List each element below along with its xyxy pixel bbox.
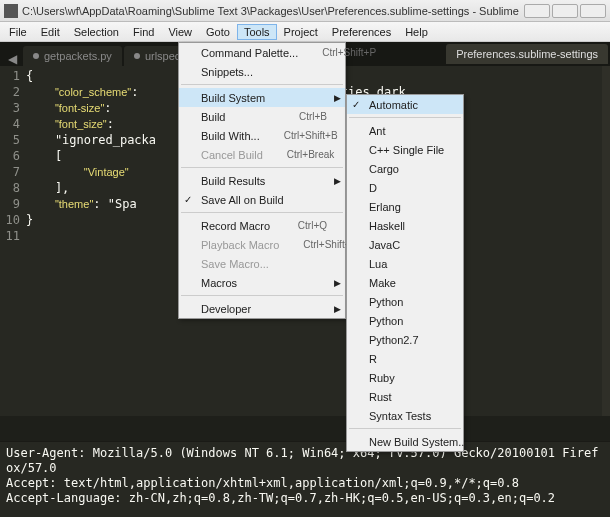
separator [181, 212, 343, 213]
build-system-submenu[interactable]: ✓AutomaticAntC++ Single FileCargoDErlang… [346, 94, 464, 452]
dirty-indicator-icon [134, 53, 140, 59]
menu-item[interactable]: D [347, 178, 463, 197]
menu-item: Cancel BuildCtrl+Break [179, 145, 345, 164]
menu-item[interactable]: Rust [347, 387, 463, 406]
menu-item[interactable]: New Build System... [347, 432, 463, 451]
menu-item[interactable]: Erlang [347, 197, 463, 216]
menu-item[interactable]: Python2.7 [347, 330, 463, 349]
menu-item[interactable]: Build System▶ [179, 88, 345, 107]
menu-item[interactable]: Syntax Tests [347, 406, 463, 425]
menu-item[interactable]: C++ Single File [347, 140, 463, 159]
menu-item[interactable]: ✓Save All on Build [179, 190, 345, 209]
menu-item[interactable]: Developer▶ [179, 299, 345, 318]
separator [181, 167, 343, 168]
app-icon [4, 4, 18, 18]
menu-item[interactable]: BuildCtrl+B [179, 107, 345, 126]
tab-scroll-left-icon[interactable]: ◀ [2, 52, 23, 66]
tab[interactable]: getpackets.py [23, 46, 122, 66]
menu-edit[interactable]: Edit [34, 24, 67, 40]
menu-help[interactable]: Help [398, 24, 435, 40]
panel-divider[interactable] [0, 416, 610, 441]
menu-item[interactable]: Cargo [347, 159, 463, 178]
menu-item[interactable]: Haskell [347, 216, 463, 235]
menu-file[interactable]: File [2, 24, 34, 40]
menu-find[interactable]: Find [126, 24, 161, 40]
close-button[interactable] [580, 4, 606, 18]
separator [349, 428, 461, 429]
menu-item[interactable]: Ruby [347, 368, 463, 387]
menu-view[interactable]: View [161, 24, 199, 40]
menu-item[interactable]: Python [347, 311, 463, 330]
maximize-button[interactable] [552, 4, 578, 18]
check-icon: ✓ [352, 99, 360, 110]
menu-bar: FileEditSelectionFindViewGotoToolsProjec… [0, 22, 610, 42]
menu-item[interactable]: Lua [347, 254, 463, 273]
chevron-right-icon: ▶ [334, 176, 341, 186]
separator [181, 295, 343, 296]
menu-tools[interactable]: Tools [237, 24, 277, 40]
menu-item[interactable]: Macros▶ [179, 273, 345, 292]
menu-item[interactable]: Command Palette...Ctrl+Shift+P [179, 43, 345, 62]
menu-item[interactable]: Python [347, 292, 463, 311]
minimap[interactable] [602, 66, 610, 416]
dirty-indicator-icon [33, 53, 39, 59]
menu-item: Save Macro... [179, 254, 345, 273]
chevron-right-icon: ▶ [334, 304, 341, 314]
menu-item: Playback MacroCtrl+Shift+Q [179, 235, 345, 254]
menu-item[interactable]: Record MacroCtrl+Q [179, 216, 345, 235]
chevron-right-icon: ▶ [334, 93, 341, 103]
separator [181, 84, 343, 85]
menu-item[interactable]: Build Results▶ [179, 171, 345, 190]
check-icon: ✓ [184, 194, 192, 205]
menu-item[interactable]: Make [347, 273, 463, 292]
menu-item[interactable]: R [347, 349, 463, 368]
menu-item[interactable]: Ant [347, 121, 463, 140]
menu-goto[interactable]: Goto [199, 24, 237, 40]
minimize-button[interactable] [524, 4, 550, 18]
menu-project[interactable]: Project [277, 24, 325, 40]
menu-item[interactable]: Snippets... [179, 62, 345, 81]
menu-item[interactable]: ✓Automatic [347, 95, 463, 114]
output-panel[interactable]: User-Agent: Mozilla/5.0 (Windows NT 6.1;… [0, 441, 610, 517]
title-bar: C:\Users\wf\AppData\Roaming\Sublime Text… [0, 0, 610, 22]
menu-item[interactable]: Build With...Ctrl+Shift+B [179, 126, 345, 145]
menu-item[interactable]: JavaC [347, 235, 463, 254]
tab-active[interactable]: Preferences.sublime-settings [446, 44, 608, 64]
line-gutter: 1234567891011 [0, 66, 26, 416]
chevron-right-icon: ▶ [334, 278, 341, 288]
window-title: C:\Users\wf\AppData\Roaming\Sublime Text… [22, 5, 522, 17]
menu-preferences[interactable]: Preferences [325, 24, 398, 40]
menu-selection[interactable]: Selection [67, 24, 126, 40]
tools-menu[interactable]: Command Palette...Ctrl+Shift+PSnippets..… [178, 42, 346, 319]
separator [349, 117, 461, 118]
